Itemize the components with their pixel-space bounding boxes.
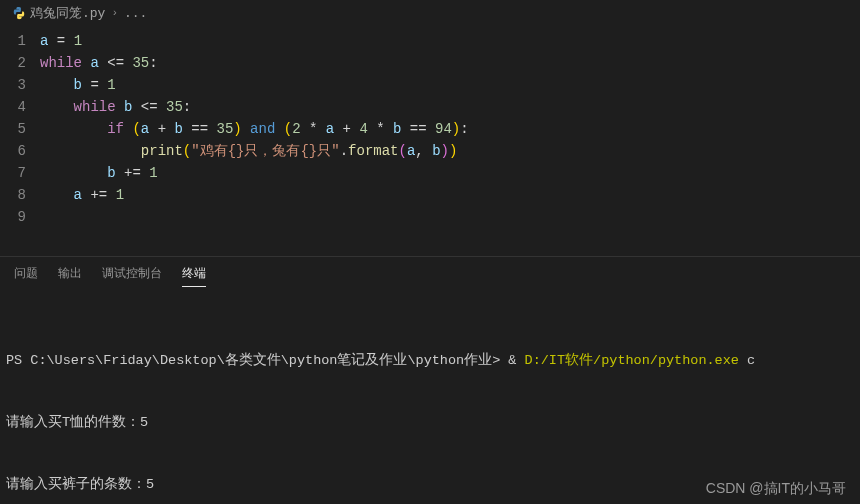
line-number: 4	[0, 96, 26, 118]
line-number: 9	[0, 206, 26, 228]
line-number: 7	[0, 162, 26, 184]
line-number-gutter: 123456789	[0, 30, 40, 228]
svg-point-0	[17, 8, 18, 9]
tab-problems[interactable]: 问题	[14, 265, 38, 287]
panel-tabs: 问题 输出 调试控制台 终端	[0, 257, 860, 293]
code-line[interactable]: a = 1	[40, 30, 860, 52]
svg-point-1	[21, 17, 22, 18]
tab-debug-console[interactable]: 调试控制台	[102, 265, 162, 287]
code-editor[interactable]: 123456789 a = 1while a <= 35: b = 1 whil…	[0, 26, 860, 228]
code-line[interactable]: a += 1	[40, 184, 860, 206]
breadcrumb-filename: 鸡兔同笼.py	[30, 4, 105, 22]
line-number: 2	[0, 52, 26, 74]
terminal-line: PS C:\Users\Friday\Desktop\各类文件\python笔记…	[6, 351, 854, 373]
line-number: 5	[0, 118, 26, 140]
line-number: 8	[0, 184, 26, 206]
terminal-line: 请输入买T恤的件数：5	[6, 413, 854, 435]
code-line[interactable]: while a <= 35:	[40, 52, 860, 74]
line-number: 6	[0, 140, 26, 162]
code-line[interactable]	[40, 206, 860, 228]
breadcrumb[interactable]: 鸡兔同笼.py › ...	[0, 0, 860, 26]
tab-terminal[interactable]: 终端	[182, 265, 206, 287]
terminal-output[interactable]: PS C:\Users\Friday\Desktop\各类文件\python笔记…	[0, 293, 860, 504]
chevron-right-icon: ›	[111, 7, 118, 19]
bottom-panel: 问题 输出 调试控制台 终端 PS C:\Users\Friday\Deskto…	[0, 256, 860, 504]
line-number: 1	[0, 30, 26, 52]
code-line[interactable]: b = 1	[40, 74, 860, 96]
breadcrumb-rest: ...	[124, 6, 147, 21]
code-content[interactable]: a = 1while a <= 35: b = 1 while b <= 35:…	[40, 30, 860, 228]
python-file-icon	[12, 6, 26, 20]
line-number: 3	[0, 74, 26, 96]
tab-output[interactable]: 输出	[58, 265, 82, 287]
code-line[interactable]: b += 1	[40, 162, 860, 184]
code-line[interactable]: if (a + b == 35) and (2 * a + 4 * b == 9…	[40, 118, 860, 140]
code-line[interactable]: print("鸡有{}只，兔有{}只".format(a, b))	[40, 140, 860, 162]
code-line[interactable]: while b <= 35:	[40, 96, 860, 118]
watermark: CSDN @搞IT的小马哥	[706, 480, 846, 498]
